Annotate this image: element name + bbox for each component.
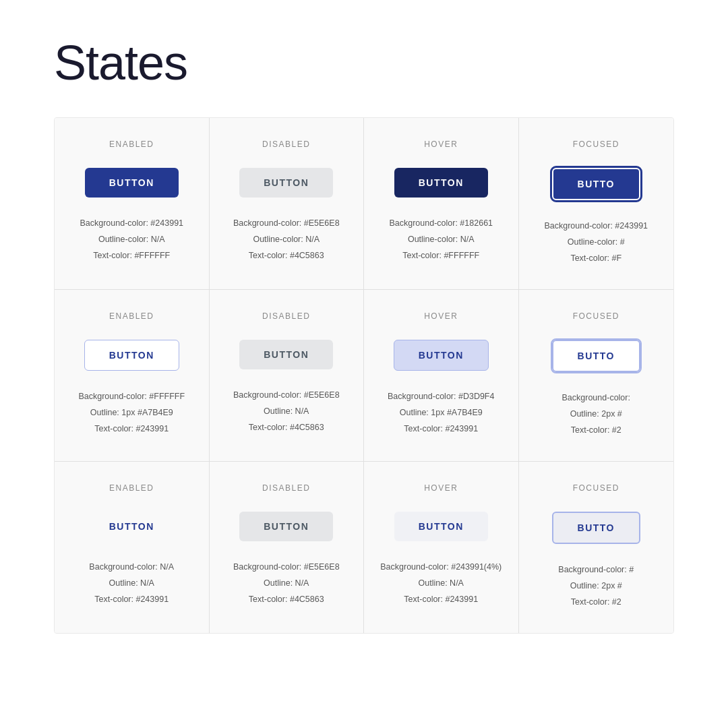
info-line-2-0-1: Outline: N/A — [109, 576, 154, 590]
btn-demo-1-3[interactable]: BUTTO — [552, 340, 640, 372]
state-cell-2-1: DISABLEDBUTTONBackground-color: #E5E6E8O… — [210, 462, 365, 633]
state-label-0-3: FOCUSED — [573, 140, 619, 149]
btn-demo-2-2[interactable]: BUTTON — [394, 512, 488, 541]
info-line-1-2-2: Text-color: #243991 — [404, 422, 478, 435]
states-row-1: ENABLEDBUTTONBackground-color: #FFFFFFOu… — [55, 290, 673, 462]
state-info-1-2: Background-color: #D3D9F4Outline: 1px #A… — [388, 390, 494, 435]
state-cell-1-0: ENABLEDBUTTONBackground-color: #FFFFFFOu… — [55, 290, 210, 461]
info-line-1-0-2: Text-color: #243991 — [94, 422, 169, 435]
state-label-0-2: HOVER — [424, 140, 458, 149]
state-cell-0-3: FOCUSEDBUTTOBackground-color: #243991Out… — [519, 118, 674, 289]
state-info-0-0: Background-color: #243991Outline-color: … — [80, 216, 183, 262]
state-info-2-0: Background-color: N/AOutline: N/AText-co… — [89, 560, 174, 606]
info-line-1-1-1: Outline: N/A — [264, 404, 309, 418]
state-info-0-3: Background-color: #243991Outline-color: … — [544, 219, 648, 265]
info-line-2-0-0: Background-color: N/A — [89, 560, 174, 574]
btn-demo-0-1[interactable]: BUTTON — [239, 168, 333, 198]
state-cell-0-0: ENABLEDBUTTONBackground-color: #243991Ou… — [55, 118, 210, 289]
state-label-2-3: FOCUSED — [573, 483, 619, 493]
info-line-0-0-0: Background-color: #243991 — [80, 216, 183, 230]
info-line-0-2-0: Background-color: #182661 — [389, 216, 493, 230]
info-line-1-2-0: Background-color: #D3D9F4 — [388, 390, 494, 403]
info-line-1-1-0: Background-color: #E5E6E8 — [233, 388, 340, 402]
info-line-1-1-2: Text-color: #4C5863 — [249, 421, 324, 434]
btn-demo-2-1[interactable]: BUTTON — [239, 512, 333, 541]
info-line-0-1-1: Outline-color: N/A — [253, 233, 320, 246]
info-line-1-3-1: Outline: 2px # — [570, 407, 622, 421]
btn-demo-1-2[interactable]: BUTTON — [394, 340, 489, 371]
info-line-2-3-1: Outline: 2px # — [570, 579, 622, 593]
state-info-0-1: Background-color: #E5E6E8Outline-color: … — [233, 216, 340, 262]
states-table: ENABLEDBUTTONBackground-color: #243991Ou… — [54, 117, 674, 634]
info-line-2-1-2: Text-color: #4C5863 — [249, 593, 324, 606]
info-line-1-3-0: Background-color: — [562, 391, 630, 404]
state-label-2-0: ENABLED — [109, 483, 154, 493]
state-label-0-0: ENABLED — [109, 140, 154, 149]
btn-demo-1-1[interactable]: BUTTON — [239, 340, 333, 369]
info-line-2-1-1: Outline: N/A — [264, 576, 309, 590]
state-cell-2-3: FOCUSEDBUTTOBackground-color: #Outline: … — [519, 462, 674, 633]
state-info-1-0: Background-color: #FFFFFFOutline: 1px #A… — [78, 390, 185, 435]
info-line-2-3-0: Background-color: # — [558, 563, 634, 576]
info-line-2-3-2: Text-color: #2 — [571, 595, 621, 609]
info-line-0-3-0: Background-color: #243991 — [544, 219, 648, 233]
info-line-1-0-1: Outline: 1px #A7B4E9 — [90, 406, 173, 419]
info-line-1-2-1: Outline: 1px #A7B4E9 — [400, 406, 483, 419]
btn-demo-2-3[interactable]: BUTTO — [552, 512, 640, 544]
info-line-1-0-0: Background-color: #FFFFFF — [78, 390, 185, 403]
btn-demo-0-0[interactable]: BUTTON — [85, 168, 179, 198]
info-line-0-3-2: Text-color: #F — [570, 251, 621, 265]
state-label-1-1: DISABLED — [262, 311, 310, 321]
info-line-2-1-0: Background-color: #E5E6E8 — [233, 560, 340, 574]
info-line-0-3-1: Outline-color: # — [568, 235, 625, 249]
page-title: States — [0, 0, 728, 117]
info-line-0-0-2: Text-color: #FFFFFF — [93, 249, 170, 262]
state-label-1-2: HOVER — [424, 311, 458, 321]
info-line-2-2-2: Text-color: #243991 — [404, 593, 478, 606]
state-cell-1-2: HOVERBUTTONBackground-color: #D3D9F4Outl… — [364, 290, 519, 461]
info-line-0-1-0: Background-color: #E5E6E8 — [233, 216, 340, 230]
state-info-2-1: Background-color: #E5E6E8Outline: N/ATex… — [233, 560, 340, 606]
btn-demo-0-3[interactable]: BUTTO — [552, 168, 640, 200]
state-label-1-3: FOCUSED — [573, 311, 619, 321]
state-cell-1-3: FOCUSEDBUTTOBackground-color:Outline: 2p… — [519, 290, 674, 461]
state-info-1-1: Background-color: #E5E6E8Outline: N/ATex… — [233, 388, 340, 434]
state-info-1-3: Background-color:Outline: 2px #Text-colo… — [562, 391, 630, 437]
info-line-2-0-2: Text-color: #243991 — [94, 593, 169, 606]
state-label-2-2: HOVER — [424, 483, 458, 493]
btn-demo-2-0[interactable]: BUTTON — [85, 512, 179, 541]
info-line-0-2-1: Outline-color: N/A — [408, 233, 475, 246]
state-info-2-2: Background-color: #243991(4%)Outline: N/… — [380, 560, 502, 606]
btn-demo-0-2[interactable]: BUTTON — [394, 168, 488, 198]
btn-demo-1-0[interactable]: BUTTON — [84, 340, 179, 371]
state-label-2-1: DISABLED — [262, 483, 310, 493]
state-cell-2-2: HOVERBUTTONBackground-color: #243991(4%)… — [364, 462, 519, 633]
state-cell-0-1: DISABLEDBUTTONBackground-color: #E5E6E8O… — [210, 118, 365, 289]
state-cell-1-1: DISABLEDBUTTONBackground-color: #E5E6E8O… — [210, 290, 365, 461]
states-row-0: ENABLEDBUTTONBackground-color: #243991Ou… — [55, 118, 673, 290]
state-cell-0-2: HOVERBUTTONBackground-color: #182661Outl… — [364, 118, 519, 289]
state-label-1-0: ENABLED — [109, 311, 154, 321]
info-line-0-1-2: Text-color: #4C5863 — [249, 249, 324, 262]
info-line-0-0-1: Outline-color: N/A — [98, 233, 165, 246]
state-info-2-3: Background-color: #Outline: 2px #Text-co… — [558, 563, 634, 609]
state-info-0-2: Background-color: #182661Outline-color: … — [389, 216, 493, 262]
state-cell-2-0: ENABLEDBUTTONBackground-color: N/AOutlin… — [55, 462, 210, 633]
info-line-1-3-2: Text-color: #2 — [571, 423, 621, 437]
states-row-2: ENABLEDBUTTONBackground-color: N/AOutlin… — [55, 462, 673, 633]
info-line-0-2-2: Text-color: #FFFFFF — [402, 249, 479, 262]
info-line-2-2-1: Outline: N/A — [419, 576, 464, 590]
info-line-2-2-0: Background-color: #243991(4%) — [380, 560, 502, 574]
state-label-0-1: DISABLED — [262, 140, 310, 149]
